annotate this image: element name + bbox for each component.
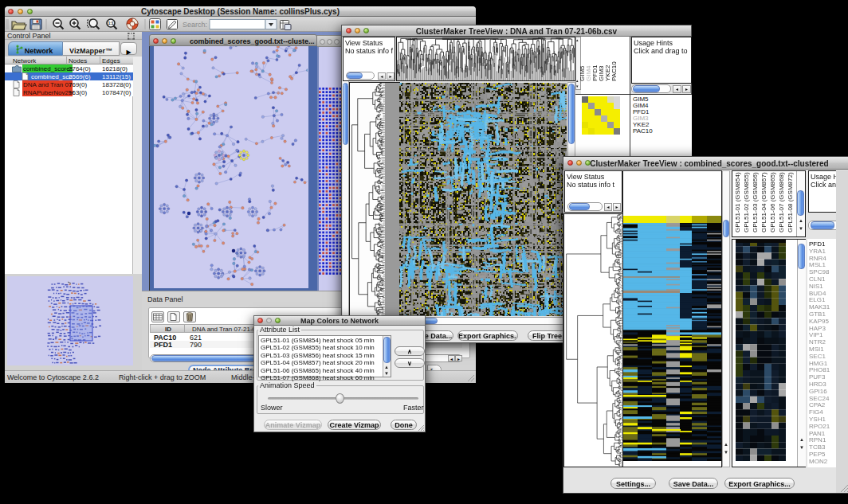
svg-text:Search:: Search:: [183, 21, 207, 29]
svg-text:1:1: 1:1: [108, 21, 113, 25]
